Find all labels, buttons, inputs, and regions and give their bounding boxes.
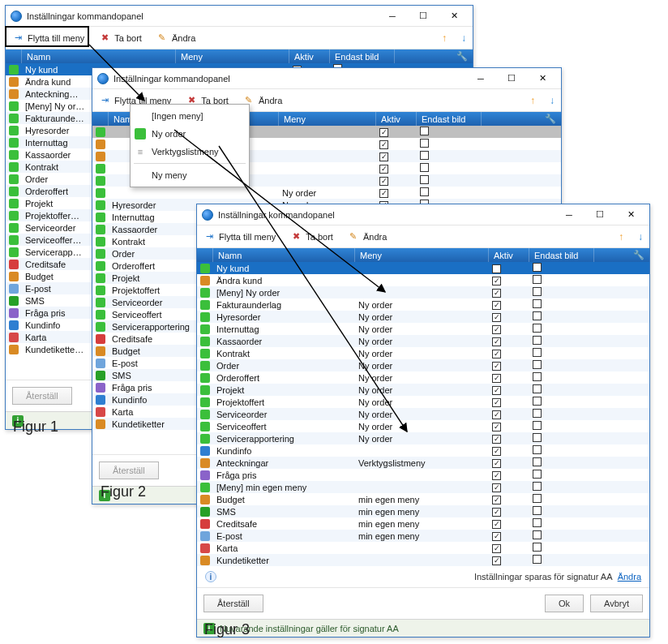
table-row[interactable]: FakturaunderlagNy order xyxy=(197,298,649,311)
cell-active[interactable] xyxy=(489,384,529,395)
cell-image-only[interactable] xyxy=(529,275,594,286)
table-row[interactable]: ServicerapporteringNy order xyxy=(197,432,649,444)
cell-active[interactable] xyxy=(489,324,529,334)
cell-active[interactable] xyxy=(489,372,529,383)
cell-image-only[interactable] xyxy=(529,397,594,407)
cell-image-only[interactable] xyxy=(529,530,594,541)
move-menu-popup[interactable]: [Ingen meny] Ny order ≡ Verktygslistmeny… xyxy=(130,104,250,187)
col-menu[interactable]: Meny xyxy=(279,112,376,126)
cancel-button[interactable]: Avbryt xyxy=(590,595,643,612)
cell-image-only[interactable] xyxy=(529,409,594,419)
table-row[interactable]: Fråga pris xyxy=(197,469,649,481)
cell-active[interactable] xyxy=(489,336,529,346)
cell-image-only[interactable] xyxy=(529,433,594,444)
cell-active[interactable] xyxy=(489,457,529,468)
table-row[interactable]: Ändra kund xyxy=(197,274,649,286)
cell-active[interactable] xyxy=(376,151,417,161)
cell-image-only[interactable] xyxy=(529,457,594,468)
minimize-button[interactable]: ─ xyxy=(377,6,408,27)
remove-button[interactable]: ✖ Ta bort xyxy=(99,32,142,44)
cell-active[interactable] xyxy=(489,506,529,517)
reset-button[interactable]: Återställ xyxy=(99,462,159,479)
cell-active[interactable] xyxy=(376,139,417,149)
col-active[interactable]: Aktiv xyxy=(289,49,330,63)
move-down-button[interactable]: ↓ xyxy=(638,231,643,243)
maximize-button[interactable]: ☐ xyxy=(496,68,527,89)
maximize-button[interactable]: ☐ xyxy=(584,204,615,225)
col-menu[interactable]: Meny xyxy=(355,248,489,262)
menu-item-none[interactable]: [Ingen meny] xyxy=(131,107,249,125)
cell-active[interactable] xyxy=(489,555,529,565)
col-image-only[interactable]: Endast bild xyxy=(417,112,482,126)
table-row[interactable]: Creditsafemin egen meny xyxy=(197,517,649,530)
cell-image-only[interactable] xyxy=(529,287,594,298)
cell-active[interactable] xyxy=(376,163,417,174)
cell-image-only[interactable] xyxy=(529,372,594,383)
table-row[interactable]: HyresorderNy order xyxy=(197,311,649,323)
cell-active[interactable] xyxy=(489,530,529,541)
cell-active[interactable] xyxy=(489,263,529,273)
cell-image-only[interactable] xyxy=(529,311,594,322)
menu-item-toolmenu[interactable]: ≡ Verktygslistmeny xyxy=(131,143,249,161)
table-row[interactable]: AnteckningarVerktygslistmeny xyxy=(197,457,649,469)
move-to-menu-button[interactable]: ⇥ Flytta till meny xyxy=(203,231,276,243)
cell-image-only[interactable] xyxy=(529,421,594,431)
cell-active[interactable] xyxy=(489,445,529,456)
cell-active[interactable] xyxy=(489,360,529,371)
cell-active[interactable] xyxy=(489,275,529,286)
remove-button[interactable]: ✖ Ta bort xyxy=(290,231,333,243)
cell-image-only[interactable] xyxy=(529,518,594,529)
cell-image-only[interactable] xyxy=(529,336,594,346)
cell-image-only[interactable] xyxy=(529,445,594,456)
table-row[interactable]: SMSmin egen meny xyxy=(197,505,649,517)
reset-button[interactable]: Återställ xyxy=(203,595,263,612)
titlebar[interactable]: Inställningar kommandopanel ─ ☐ ✕ xyxy=(197,204,649,225)
titlebar[interactable]: Inställningar kommandopanel ─ ☐ ✕ xyxy=(92,68,561,89)
col-image-only[interactable]: Endast bild xyxy=(529,248,594,262)
menu-item-ny-order[interactable]: Ny order xyxy=(131,125,249,143)
col-image-only[interactable]: Endast bild xyxy=(330,49,395,63)
cell-active[interactable] xyxy=(489,299,529,310)
titlebar[interactable]: Inställningar kommandopanel ─ ☐ ✕ xyxy=(6,6,473,27)
cell-active[interactable] xyxy=(489,287,529,298)
table-row[interactable]: ProjektNy order xyxy=(197,384,649,396)
col-active[interactable]: Aktiv xyxy=(376,112,417,126)
grid-body[interactable]: Ny kundÄndra kund[Meny] Ny orderFakturau… xyxy=(197,262,649,566)
cell-active[interactable] xyxy=(489,348,529,358)
cell-active[interactable] xyxy=(376,187,417,198)
cell-active[interactable] xyxy=(489,433,529,444)
change-button[interactable]: ✎ Ändra xyxy=(348,231,387,243)
reset-button[interactable]: Återställ xyxy=(12,387,72,405)
move-down-button[interactable]: ↓ xyxy=(550,95,555,106)
cell-image-only[interactable] xyxy=(529,555,594,565)
cell-image-only[interactable] xyxy=(529,494,594,504)
cell-image-only[interactable] xyxy=(529,506,594,517)
move-down-button[interactable]: ↓ xyxy=(461,32,466,44)
close-button[interactable]: ✕ xyxy=(527,68,558,89)
move-up-button[interactable]: ↑ xyxy=(530,95,535,106)
table-row[interactable]: OrderNy order xyxy=(197,359,649,371)
move-to-menu-button[interactable]: ⇥ Flytta till meny xyxy=(12,32,84,44)
cell-image-only[interactable] xyxy=(529,543,594,553)
col-name[interactable]: Namn xyxy=(213,248,355,262)
table-row[interactable]: KassaorderNy order xyxy=(197,335,649,347)
table-row[interactable]: [Meny] Ny order xyxy=(197,286,649,298)
cell-image-only[interactable] xyxy=(529,384,594,395)
cell-image-only[interactable] xyxy=(417,151,482,161)
table-row[interactable]: ServiceorderNy order xyxy=(197,408,649,420)
minimize-button[interactable]: ─ xyxy=(465,68,496,89)
close-button[interactable]: ✕ xyxy=(615,204,646,225)
cell-image-only[interactable] xyxy=(529,324,594,334)
table-row[interactable]: Karta xyxy=(197,542,649,554)
cell-active[interactable] xyxy=(376,127,417,137)
table-row[interactable]: OrderoffertNy order xyxy=(197,371,649,384)
cell-image-only[interactable] xyxy=(417,139,482,149)
table-row[interactable]: Ny order xyxy=(92,187,561,199)
cell-image-only[interactable] xyxy=(529,360,594,371)
cell-image-only[interactable] xyxy=(417,127,482,137)
table-row[interactable]: E-postmin egen meny xyxy=(197,530,649,542)
close-button[interactable]: ✕ xyxy=(439,6,469,27)
cell-active[interactable] xyxy=(489,518,529,529)
change-button[interactable]: ✎ Ändra xyxy=(156,32,195,44)
cell-image-only[interactable] xyxy=(417,187,482,198)
